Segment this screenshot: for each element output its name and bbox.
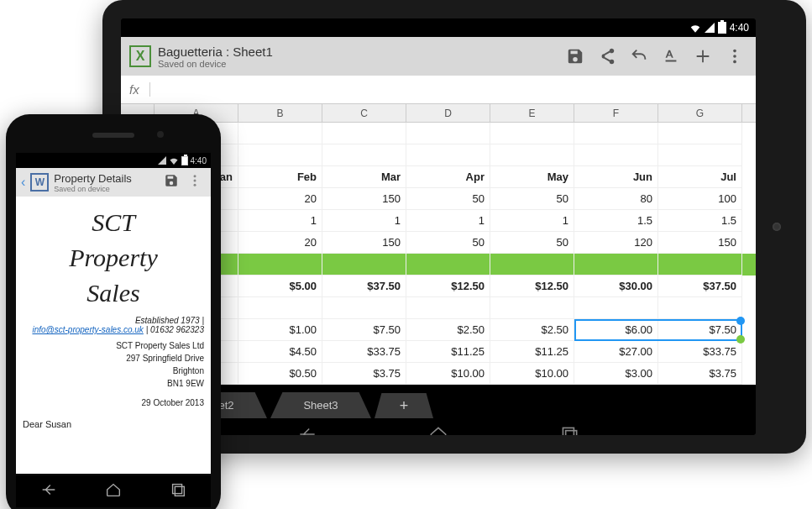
save-icon[interactable] xyxy=(164,173,179,192)
share-icon[interactable] xyxy=(595,44,620,69)
title-text: Baguetteria : Sheet1 xyxy=(158,45,273,59)
sheet-tab[interactable]: Sheet3 xyxy=(270,392,371,418)
col-D[interactable]: D xyxy=(406,104,490,122)
svg-point-0 xyxy=(733,50,736,53)
svg-point-6 xyxy=(194,180,196,182)
col-C[interactable]: C xyxy=(322,104,406,122)
col-B[interactable]: B xyxy=(238,104,322,122)
formula-bar[interactable]: fx xyxy=(121,76,756,104)
letterhead-line: Sales xyxy=(23,275,204,311)
subtitle-text: Saved on device xyxy=(158,59,273,69)
fx-label: fx xyxy=(129,82,150,97)
col-G[interactable]: G xyxy=(658,104,742,122)
svg-point-5 xyxy=(194,175,196,177)
svg-rect-4 xyxy=(566,431,577,435)
status-bar: 4:40 xyxy=(121,18,756,37)
phone-device: 4:40 ‹ W Property Details Saved on devic… xyxy=(6,114,221,509)
overflow-icon[interactable] xyxy=(722,44,747,69)
document-body[interactable]: SCT Property Sales Established 1973 | in… xyxy=(16,197,211,438)
phone-camera-icon xyxy=(157,131,164,138)
svg-point-2 xyxy=(733,60,736,64)
back-icon[interactable]: ‹ xyxy=(21,175,25,190)
greeting-line: Dear Susan xyxy=(23,419,204,429)
back-icon[interactable] xyxy=(39,480,58,502)
address-block: SCT Property Sales Ltd 297 Springfield D… xyxy=(23,339,204,390)
word-app-icon[interactable]: W xyxy=(30,173,49,192)
letterhead-line: SCT xyxy=(23,205,204,240)
phone-screen: 4:40 ‹ W Property Details Saved on devic… xyxy=(16,153,211,474)
col-F[interactable]: F xyxy=(574,104,658,122)
svg-rect-9 xyxy=(175,486,185,496)
svg-point-7 xyxy=(194,184,196,186)
save-icon[interactable] xyxy=(563,44,588,69)
established-line: Established 1973 | info@sct-property-sal… xyxy=(23,316,204,334)
format-icon[interactable] xyxy=(658,44,684,69)
spreadsheet-app-icon[interactable]: X xyxy=(129,45,151,67)
clock: 4:40 xyxy=(730,22,749,34)
recents-icon[interactable] xyxy=(169,480,187,502)
document-title[interactable]: Property Details Saved on device xyxy=(54,172,131,193)
add-sheet-button[interactable]: + xyxy=(375,393,433,418)
back-icon[interactable] xyxy=(296,423,318,435)
svg-point-1 xyxy=(733,55,736,58)
phone-speaker-icon xyxy=(92,133,134,138)
title-text: Property Details xyxy=(54,172,131,185)
tablet-camera-icon xyxy=(773,223,781,231)
subtitle-text: Saved on device xyxy=(54,185,131,193)
signal-icon xyxy=(158,156,166,165)
document-title[interactable]: Baguetteria : Sheet1 Saved on device xyxy=(158,45,273,69)
battery-icon xyxy=(718,22,726,34)
email-link[interactable]: info@sct-property-sales.co.uk xyxy=(32,325,143,334)
letterhead-line: Property xyxy=(23,240,204,275)
wifi-icon xyxy=(169,156,179,165)
add-icon[interactable] xyxy=(690,44,715,69)
wifi-icon xyxy=(689,23,701,33)
status-bar: 4:40 xyxy=(16,153,211,168)
undo-icon[interactable] xyxy=(626,44,652,69)
battery-icon xyxy=(181,156,188,165)
col-E[interactable]: E xyxy=(490,104,574,122)
clock: 4:40 xyxy=(191,156,207,165)
home-icon[interactable] xyxy=(427,423,449,435)
overflow-icon[interactable] xyxy=(184,173,206,192)
app-bar: ‹ W Property Details Saved on device xyxy=(16,168,211,197)
svg-rect-3 xyxy=(563,428,574,435)
date-line: 29 October 2013 xyxy=(23,398,204,407)
svg-rect-8 xyxy=(173,485,182,494)
column-headers[interactable]: A B C D E F G xyxy=(121,104,756,123)
recents-icon[interactable] xyxy=(558,423,580,435)
app-bar: X Baguetteria : Sheet1 Saved on device xyxy=(121,37,756,76)
signal-icon xyxy=(705,23,715,33)
home-icon[interactable] xyxy=(104,480,123,502)
nav-bar xyxy=(16,475,211,507)
